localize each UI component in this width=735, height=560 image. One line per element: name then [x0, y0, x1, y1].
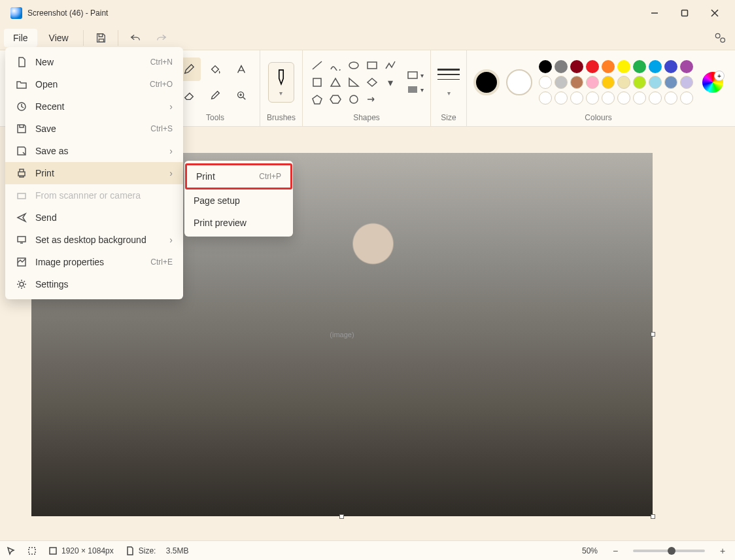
menu-settings[interactable]: Settings: [5, 273, 183, 295]
shape-triangle-icon[interactable]: [328, 75, 343, 90]
brushes-button[interactable]: ▾: [268, 62, 294, 103]
color-swatch[interactable]: [555, 60, 568, 73]
shape-right-tri-icon[interactable]: [346, 75, 362, 90]
shape-pentagon-icon[interactable]: [309, 92, 325, 107]
menu-send[interactable]: Send: [5, 206, 183, 229]
color-swatch[interactable]: [586, 76, 599, 89]
save-as-icon: [16, 146, 27, 156]
primary-color[interactable]: [473, 69, 500, 95]
maximize-button[interactable]: [670, 3, 700, 24]
status-bar: 1920 × 1084px Size: 3.5MB 50% − +: [0, 540, 735, 560]
shape-circle-icon[interactable]: [346, 92, 362, 107]
text-tool-icon[interactable]: [230, 58, 253, 81]
color-swatch[interactable]: [602, 60, 615, 73]
menu-view[interactable]: View: [40, 29, 78, 47]
submenu-print[interactable]: PrintCtrl+P: [187, 165, 290, 188]
color-swatch-empty[interactable]: [570, 91, 583, 105]
svg-rect-10: [408, 86, 417, 93]
shape-outline-button[interactable]: ▾: [407, 71, 424, 79]
submenu-print-preview[interactable]: Print preview: [184, 212, 293, 234]
undo-button[interactable]: [124, 27, 147, 48]
group-size: ▾ Size: [431, 50, 467, 126]
resize-handle[interactable]: [651, 514, 655, 519]
color-swatch-empty[interactable]: [617, 91, 630, 105]
color-swatch[interactable]: [664, 60, 677, 73]
shape-down-icon[interactable]: ▾: [383, 75, 398, 90]
shape-fill-button[interactable]: ▾: [407, 86, 424, 93]
recent-icon: [16, 101, 27, 112]
shape-curve-icon[interactable]: [328, 58, 343, 73]
selection-size: [27, 546, 37, 555]
color-swatch[interactable]: [633, 76, 646, 89]
zoom-in-button[interactable]: +: [717, 545, 728, 557]
menu-desktop-bg[interactable]: Set as desktop background›: [5, 229, 183, 251]
zoom-out-button[interactable]: −: [609, 545, 621, 557]
color-swatch[interactable]: [680, 60, 693, 73]
chevron-right-icon: ›: [169, 146, 173, 156]
menu-save-as[interactable]: Save as›: [5, 140, 183, 162]
svg-rect-0: [682, 10, 688, 16]
svg-rect-1: [99, 39, 103, 42]
menu-recent[interactable]: Recent›: [5, 95, 183, 118]
color-swatch[interactable]: [649, 76, 662, 89]
color-swatch[interactable]: [649, 60, 662, 73]
redo-button[interactable]: [150, 27, 173, 48]
color-swatch-empty[interactable]: [602, 91, 615, 105]
picker-tool-icon[interactable]: [203, 84, 227, 107]
shape-diamond-icon[interactable]: [364, 75, 380, 90]
menu-bar: File View: [0, 26, 735, 50]
edit-colors-button[interactable]: [702, 72, 723, 93]
color-swatch[interactable]: [617, 60, 630, 73]
fill-tool-icon[interactable]: [203, 58, 227, 81]
minimize-button[interactable]: [640, 3, 670, 24]
menu-open[interactable]: OpenCtrl+O: [5, 73, 183, 95]
color-swatch-empty[interactable]: [555, 91, 568, 105]
shape-oval-icon[interactable]: [346, 58, 362, 73]
color-swatch[interactable]: [586, 60, 599, 73]
menu-print[interactable]: Print›: [5, 162, 183, 184]
color-swatch[interactable]: [617, 76, 630, 89]
color-swatch-empty[interactable]: [649, 91, 662, 105]
submenu-page-setup[interactable]: Page setup: [184, 189, 293, 212]
color-swatch[interactable]: [664, 76, 677, 89]
color-swatch-empty[interactable]: [586, 91, 599, 105]
paint-settings-icon[interactable]: [709, 27, 731, 48]
magnify-tool-icon[interactable]: [230, 84, 253, 107]
color-swatch-empty[interactable]: [680, 91, 693, 105]
shape-hexagon-icon[interactable]: [328, 92, 343, 107]
shapes-label: Shapes: [353, 110, 380, 126]
menu-new[interactable]: NewCtrl+N: [5, 51, 183, 73]
chevron-right-icon: ›: [169, 101, 173, 112]
gear-icon: [16, 279, 27, 289]
shape-arrow-icon[interactable]: [364, 92, 380, 107]
shape-square-icon[interactable]: [309, 75, 325, 90]
shape-polyline-icon[interactable]: [383, 58, 398, 73]
color-swatch-empty[interactable]: [539, 91, 552, 105]
color-swatch[interactable]: [570, 76, 583, 89]
svg-point-8: [350, 95, 358, 103]
color-swatch[interactable]: [680, 76, 693, 89]
secondary-color[interactable]: [506, 69, 532, 95]
color-swatch-empty[interactable]: [664, 91, 677, 105]
menu-file[interactable]: File: [4, 29, 37, 47]
color-swatch[interactable]: [539, 60, 552, 73]
zoom-slider[interactable]: [633, 550, 705, 552]
shape-rect-icon[interactable]: [364, 58, 380, 73]
svg-point-3: [721, 38, 725, 42]
menu-save[interactable]: SaveCtrl+S: [5, 118, 183, 140]
color-swatch[interactable]: [570, 60, 583, 73]
menu-properties[interactable]: Image propertiesCtrl+E: [5, 251, 183, 273]
size-button[interactable]: [437, 69, 460, 87]
color-swatch[interactable]: [539, 76, 552, 89]
file-size: Size: 3.5MB: [126, 546, 189, 555]
resize-handle[interactable]: [651, 332, 655, 337]
save-quick-button[interactable]: [89, 27, 112, 48]
color-swatch[interactable]: [633, 60, 646, 73]
resize-handle[interactable]: [339, 514, 344, 519]
color-swatch-empty[interactable]: [633, 91, 646, 105]
color-swatch[interactable]: [555, 76, 568, 89]
shape-line-icon[interactable]: [309, 58, 325, 73]
title-bar: Screenshot (46) - Paint: [0, 0, 735, 26]
close-button[interactable]: [700, 3, 730, 24]
color-swatch[interactable]: [602, 76, 615, 89]
